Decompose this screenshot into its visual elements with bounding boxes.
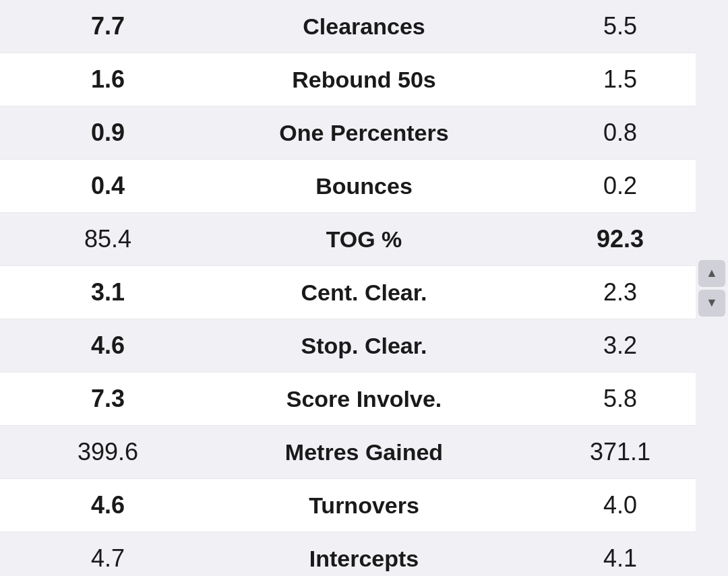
table-row: 7.3Score Involve.5.8 — [0, 373, 728, 426]
stat-label: One Percenters — [195, 120, 533, 146]
stat-value-right: 0.2 — [533, 172, 708, 200]
stat-value-left: 7.7 — [20, 12, 195, 40]
stat-value-right: 2.3 — [533, 278, 708, 307]
table-row: 0.9One Percenters0.8 — [0, 106, 728, 160]
stat-label: Clearances — [195, 13, 533, 40]
stat-value-right: 3.2 — [533, 331, 708, 360]
table-row: 4.6Stop. Clear.3.2 — [0, 319, 728, 373]
stat-label: Metres Gained — [195, 439, 533, 466]
scroll-up-button[interactable]: ▲ — [698, 260, 725, 287]
stat-value-left: 399.6 — [20, 438, 195, 466]
stat-label: Rebound 50s — [195, 67, 533, 93]
stat-label: Stop. Clear. — [195, 333, 533, 359]
stat-value-left: 4.6 — [20, 491, 195, 519]
stats-table: 7.7Clearances5.51.6Rebound 50s1.50.9One … — [0, 0, 728, 576]
stat-label: Cent. Clear. — [195, 280, 533, 306]
stat-value-left: 85.4 — [20, 225, 195, 253]
stat-value-left: 0.4 — [20, 172, 195, 200]
stat-value-right: 371.1 — [533, 438, 708, 466]
stat-value-right: 4.0 — [533, 491, 708, 519]
stat-value-right: 1.5 — [533, 65, 708, 94]
stat-label: Intercepts — [195, 546, 533, 572]
stat-value-left: 0.9 — [20, 119, 195, 147]
table-row: 0.4Bounces0.2 — [0, 160, 728, 213]
table-row: 4.6Turnovers4.0 — [0, 479, 728, 532]
stat-value-right: 92.3 — [533, 225, 708, 253]
stat-label: Turnovers — [195, 492, 533, 519]
stat-value-left: 7.3 — [20, 385, 195, 413]
table-row: 1.6Rebound 50s1.5 — [0, 53, 728, 106]
stat-value-right: 0.8 — [533, 119, 708, 147]
stat-value-right: 5.5 — [533, 12, 708, 40]
table-row: 399.6Metres Gained371.1 — [0, 426, 728, 479]
stat-value-left: 3.1 — [20, 278, 195, 307]
stat-label: TOG % — [195, 226, 533, 253]
stat-label: Bounces — [195, 173, 533, 199]
stat-value-left: 4.6 — [20, 331, 195, 360]
stat-value-left: 1.6 — [20, 65, 195, 94]
scrollbar: ▲ ▼ — [696, 0, 728, 576]
stat-label: Score Involve. — [195, 386, 533, 412]
stat-value-right: 4.1 — [533, 544, 708, 573]
table-row: 7.7Clearances5.5 — [0, 0, 728, 53]
table-row: 85.4TOG %92.3 — [0, 213, 728, 266]
scroll-down-button[interactable]: ▼ — [698, 290, 725, 317]
stat-value-left: 4.7 — [20, 544, 195, 573]
table-row: 4.7Intercepts4.1 — [0, 532, 728, 576]
stat-value-right: 5.8 — [533, 385, 708, 413]
table-row: 3.1Cent. Clear.2.3 — [0, 266, 728, 319]
